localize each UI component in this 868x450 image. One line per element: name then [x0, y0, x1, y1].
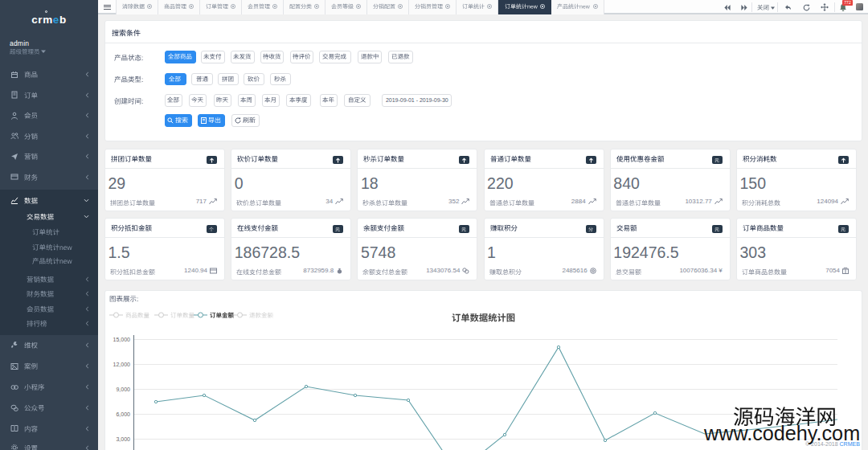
svg-text:9,000: 9,000	[116, 387, 130, 392]
svg-text:12,000: 12,000	[113, 362, 131, 367]
svg-text:3,000: 3,000	[116, 436, 130, 442]
svg-text:15,000: 15,000	[113, 337, 131, 342]
svg-text:6,000: 6,000	[116, 411, 130, 417]
